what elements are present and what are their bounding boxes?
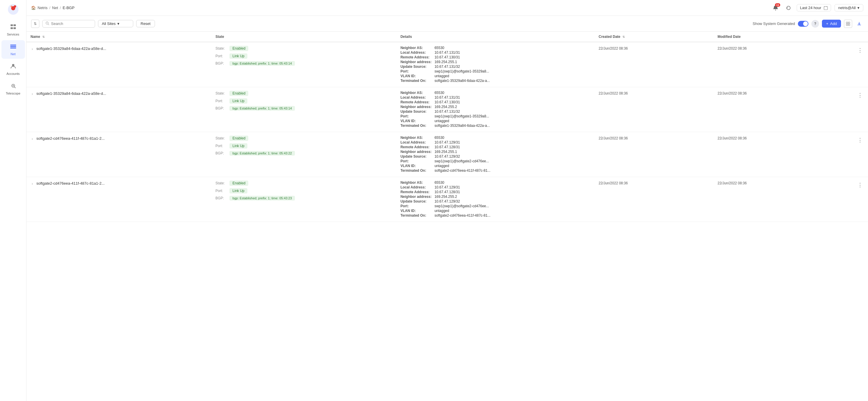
topbar: 🏠 Netris / Net / E-BGP 11 — [26, 0, 868, 16]
state-cell: State: Enabled Port: Link Up BGP: bgp: E… — [215, 91, 392, 111]
detail-update-source-val: 10.67.47.129/32 — [435, 154, 460, 158]
detail-terminated-val: softgate2-cd476eea-411f-487c-81... — [435, 213, 491, 218]
port-label: Port: — [215, 189, 227, 193]
sort-button[interactable]: ⇅ — [31, 20, 39, 28]
row-more-button[interactable]: ⋮ — [856, 91, 864, 99]
actions-cell: ⋮ — [832, 42, 868, 87]
modified-date-cell: 22/Jun/2022 08:36 — [713, 177, 832, 222]
detail-neighbor-as-key: Neighbor AS: — [401, 46, 433, 50]
site-selector-dropdown-icon: ▾ — [117, 22, 119, 26]
home-icon: 🏠 — [31, 6, 36, 10]
detail-neighbor-addr-val: 169.254.255.1 — [435, 60, 457, 64]
detail-local-addr-key: Local Address: — [401, 51, 433, 55]
time-range-selector[interactable]: Last 24 hour — [797, 4, 831, 11]
row-expand-button[interactable]: › — [31, 136, 34, 142]
search-input[interactable] — [51, 22, 92, 26]
created-sort-icon[interactable]: ⇅ — [622, 35, 625, 38]
detail-vlan-id-key: VLAN ID: — [401, 119, 433, 123]
row-more-button[interactable]: ⋮ — [856, 181, 864, 189]
detail-local-addr-key: Local Address: — [401, 185, 433, 189]
detail-port-key: Port: — [401, 69, 433, 73]
svg-rect-4 — [10, 24, 13, 26]
detail-local-addr-val: 10.67.47.131/31 — [435, 51, 460, 55]
detail-port-val: swp1(swp1)@softgate2-cd476ee... — [435, 159, 489, 163]
breadcrumb-net[interactable]: Net — [52, 6, 58, 10]
row-divider — [26, 222, 868, 222]
name-sort-icon[interactable]: ⇅ — [42, 35, 44, 38]
search-icon — [45, 22, 49, 26]
detail-terminated-key: Terminated On: — [401, 213, 433, 218]
detail-vlan-id-key: VLAN ID: — [401, 74, 433, 78]
row-expand-button[interactable]: › — [31, 181, 34, 186]
detail-terminated-key: Terminated On: — [401, 124, 433, 128]
toolbar: ⇅ All Sites ▾ Reset Show System Generate… — [26, 16, 868, 32]
detail-neighbor-as-key: Neighbor AS: — [401, 135, 433, 140]
detail-neighbor-as-key: Neighbor AS: — [401, 181, 433, 185]
actions-cell: ⋮ — [832, 87, 868, 132]
name-cell: › softgate1-35329a84-6daa-422a-a58e-d... — [31, 47, 207, 52]
telescope-icon — [10, 83, 17, 90]
row-more-button[interactable]: ⋮ — [856, 136, 864, 144]
sidebar-item-telescope[interactable]: Telescope — [1, 80, 25, 98]
notification-button[interactable]: 11 — [771, 3, 780, 12]
account-selector[interactable]: netris@All ▾ — [835, 4, 863, 11]
add-button[interactable]: + Add — [822, 20, 841, 28]
state-label: State: — [215, 181, 227, 185]
row-expand-button[interactable]: › — [31, 91, 34, 97]
detail-vlan-id-val: untagged — [435, 164, 449, 168]
created-date-cell: 22/Jun/2022 08:36 — [594, 177, 713, 222]
column-header-name: Name ⇅ — [26, 32, 211, 42]
actions-cell: ⋮ — [832, 177, 868, 222]
row-more-button[interactable]: ⋮ — [856, 47, 864, 54]
layout-button[interactable] — [844, 20, 852, 28]
sidebar-item-net[interactable]: Net — [1, 40, 25, 59]
name-cell: › softgate2-cd476eea-411f-487c-81a1-2... — [31, 181, 207, 186]
download-button[interactable] — [855, 20, 863, 28]
state-row-port: Port: Link Up — [215, 188, 392, 193]
row-name: softgate2-cd476eea-411f-487c-81a1-2... — [36, 136, 105, 141]
column-header-modified: Modified Date — [713, 32, 832, 42]
refresh-button[interactable] — [784, 3, 793, 12]
svg-point-13 — [12, 85, 14, 86]
column-header-actions — [832, 32, 868, 42]
state-cell: State: Enabled Port: Link Up BGP: bgp: E… — [215, 135, 392, 156]
svg-rect-10 — [10, 48, 16, 49]
detail-terminated-val: softgate1-35329a84-6daa-422a-a... — [435, 124, 490, 128]
created-date-cell: 22/Jun/2022 08:36 — [594, 42, 713, 87]
svg-rect-22 — [848, 22, 850, 24]
detail-neighbor-addr-key: Neighbor address: — [401, 150, 433, 154]
detail-neighbor-addr-key: Neighbor address: — [401, 195, 433, 199]
net-icon — [10, 43, 17, 51]
sidebar-item-services[interactable]: Services — [1, 21, 25, 39]
sidebar-item-accounts[interactable]: Accounts — [1, 60, 25, 79]
detail-neighbor-addr-key: Neighbor address: — [401, 105, 433, 109]
row-name: softgate2-cd476eea-411f-487c-81a1-2... — [36, 181, 105, 186]
modified-date-cell: 22/Jun/2022 08:36 — [713, 42, 832, 87]
bgp-badge: bgp: Established; prefix: 1; time: 05:43… — [229, 61, 294, 66]
state-badge-enabled: Enabled — [229, 135, 248, 141]
reset-button[interactable]: Reset — [136, 20, 155, 27]
column-header-created: Created Date ⇅ — [594, 32, 713, 42]
sidebar: Services Net — [0, 0, 26, 401]
sidebar-item-telescope-label: Telescope — [6, 92, 21, 95]
svg-rect-6 — [10, 27, 13, 29]
accounts-icon — [10, 63, 17, 71]
table-row: › softgate1-35329a84-6daa-422a-a58e-d...… — [26, 87, 868, 132]
bgp-badge: bgp: Established; prefix: 1; time: 05:43… — [229, 196, 294, 201]
sidebar-nav: Services Net — [0, 21, 26, 98]
name-cell: › softgate2-cd476eea-411f-487c-81a1-2... — [31, 136, 207, 142]
state-cell: State: Enabled Port: Link Up BGP: bgp: E… — [215, 46, 392, 66]
row-expand-button[interactable]: › — [31, 47, 34, 52]
breadcrumb-netris[interactable]: Netris — [37, 6, 48, 10]
site-selector[interactable]: All Sites ▾ — [98, 20, 133, 27]
ebgp-table: Name ⇅ State Details Created Date ⇅ Modi… — [26, 32, 868, 222]
modified-date-cell: 22/Jun/2022 08:36 — [713, 132, 832, 177]
state-label: State: — [215, 136, 227, 140]
port-badge-linkup: Link Up — [229, 98, 247, 104]
detail-remote-addr-val: 10.67.47.130/31 — [435, 100, 460, 104]
show-system-generated-label: Show System Generated — [753, 22, 795, 26]
show-system-toggle[interactable] — [798, 21, 808, 27]
bgp-badge: bgp: Established; prefix: 1; time: 05:43… — [229, 151, 294, 156]
detail-remote-addr-key: Remote Address: — [401, 145, 433, 149]
help-button[interactable]: ? — [811, 20, 819, 28]
